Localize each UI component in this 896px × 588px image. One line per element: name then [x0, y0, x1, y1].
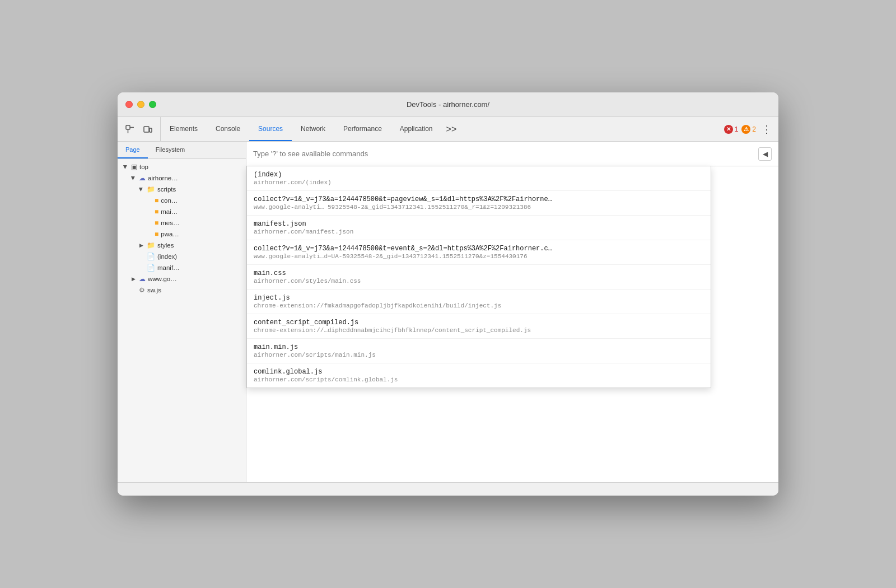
dropdown-item-mainminjs[interactable]: main.min.js airhorner.com/scripts/main.m…: [247, 339, 711, 363]
dropdown-item-index[interactable]: (index) airhorner.com/(index): [247, 166, 711, 191]
dropdown-item-name: manifest.json: [254, 220, 702, 228]
file-icon-manifest: 📄: [147, 264, 155, 272]
dropdown-item-url: airhorner.com/manifest.json: [254, 228, 702, 235]
svg-rect-3: [144, 127, 149, 132]
tree-item-pwa[interactable]: ▶ ■ pwa…: [118, 228, 246, 240]
dropdown-item-url: www.google-analyti…d=UA-59325548-2&_gid=…: [254, 253, 702, 260]
minimize-button[interactable]: [137, 101, 144, 108]
toolbar-icon-group: [118, 117, 161, 141]
tree-item-www-google[interactable]: ▶ ☁ www.go…: [118, 273, 246, 284]
sidebar-tab-filesystem[interactable]: Filesystem: [148, 142, 193, 158]
sidebar: Page Filesystem ▶ ▣ top ▶ ☁: [118, 142, 246, 482]
folder-icon-styles: 📁: [147, 241, 155, 249]
toolbar-tabs: Elements Console Sources Network Perform…: [161, 117, 720, 141]
expand-arrow-www: ▶: [130, 276, 137, 282]
expand-arrow-airhorner: ▶: [130, 175, 137, 181]
file-tree: ▶ ▣ top ▶ ☁ airhorne… ▶ 📁 scripts: [118, 159, 246, 482]
tree-item-mai[interactable]: ▶ ■ mai…: [118, 206, 246, 217]
sidebar-tabs: Page Filesystem: [118, 142, 246, 159]
dropdown-item-url: chrome-extension://fmkadmapgofadopljbjfk…: [254, 302, 702, 309]
dropdown-item-name: main.min.js: [254, 343, 702, 351]
bottom-bar: [118, 482, 778, 496]
tab-performance[interactable]: Performance: [334, 117, 391, 141]
tab-application[interactable]: Application: [391, 117, 442, 141]
expand-arrow-scripts: ▶: [138, 186, 144, 193]
dropdown-item-name: (index): [254, 171, 702, 179]
gear-icon-swjs: ⚙: [139, 286, 145, 294]
sidebar-tab-page[interactable]: Page: [118, 142, 148, 158]
dropdown-item-url: airhorner.com/(index): [254, 179, 702, 186]
error-icon: ✕: [724, 125, 733, 134]
titlebar: DevTools - airhorner.com/: [118, 92, 778, 117]
device-toolbar-button[interactable]: [140, 122, 156, 137]
folder-icon-scripts: 📁: [147, 185, 155, 193]
dropdown-item-url: chrome-extension://…diphcddnnabmjcihcjfb…: [254, 327, 702, 334]
cloud-icon-www: ☁: [139, 275, 146, 283]
kebab-menu-button[interactable]: ⋮: [759, 123, 774, 136]
file-icon-con: ■: [155, 197, 158, 204]
dropdown-item-url: airhorner.com/scripts/comlink.global.js: [254, 376, 702, 383]
svg-rect-0: [126, 125, 130, 129]
warning-icon: ⚠: [741, 125, 750, 134]
dropdown-item-name: collect?v=1&_v=j73&a=1244478500&t=event&…: [254, 245, 702, 253]
dropdown-item-contentscript[interactable]: content_script_compiled.js chrome-extens…: [247, 314, 711, 339]
close-button[interactable]: [125, 101, 133, 108]
dropdown-item-collect2[interactable]: collect?v=1&_v=j73&a=1244478500&t=event&…: [247, 240, 711, 265]
file-icon-mes: ■: [155, 219, 158, 227]
tree-item-styles[interactable]: ▶ 📁 styles: [118, 240, 246, 251]
main-content: Page Filesystem ▶ ▣ top ▶ ☁: [118, 142, 778, 482]
tab-sources[interactable]: Sources: [249, 117, 292, 141]
dropdown-item-collect1[interactable]: collect?v=1&_v=j73&a=1244478500&t=pagevi…: [247, 191, 711, 216]
devtools-window: DevTools - airhorner.com/ Elements: [118, 92, 778, 496]
tab-console[interactable]: Console: [207, 117, 249, 141]
expand-arrow-top: ▶: [122, 164, 129, 170]
dropdown-item-url: airhorner.com/styles/main.css: [254, 278, 702, 284]
tree-item-swjs[interactable]: ▶ ⚙ sw.js: [118, 284, 246, 296]
maximize-button[interactable]: [149, 101, 156, 108]
expand-arrow-styles: ▶: [138, 242, 144, 249]
dropdown-item-url: airhorner.com/scripts/main.min.js: [254, 352, 702, 358]
window-title: DevTools - airhorner.com/: [407, 100, 489, 109]
more-tabs-button[interactable]: >>: [442, 117, 461, 141]
dropdown-item-comlinkjs[interactable]: comlink.global.js airhorner.com/scripts/…: [247, 363, 711, 388]
dropdown-item-name: collect?v=1&_v=j73&a=1244478500&t=pagevi…: [254, 195, 702, 203]
error-count[interactable]: ✕ 1: [724, 125, 739, 134]
dropdown-item-name: main.css: [254, 269, 702, 277]
file-icon-top: ▣: [131, 163, 137, 171]
tree-item-index[interactable]: ▶ 📄 (index): [118, 251, 246, 262]
dropdown-item-name: content_script_compiled.js: [254, 319, 702, 326]
dropdown-item-maincss[interactable]: main.css airhorner.com/styles/main.css: [247, 265, 711, 290]
traffic-lights: [125, 101, 156, 108]
file-dropdown: (index) airhorner.com/(index) collect?v=…: [246, 166, 711, 388]
file-icon-pwa: ■: [155, 230, 158, 238]
tree-item-con[interactable]: ▶ ■ con…: [118, 195, 246, 206]
cloud-icon-airhorner: ☁: [139, 174, 146, 182]
command-bar: ◀: [246, 142, 778, 166]
dropdown-item-name: inject.js: [254, 294, 702, 302]
file-icon-index: 📄: [147, 253, 155, 260]
toolbar-right: ✕ 1 ⚠ 2 ⋮: [720, 123, 778, 136]
right-panel: ◀ (index) airhorner.com/(index) collect?…: [246, 142, 778, 482]
toolbar: Elements Console Sources Network Perform…: [118, 117, 778, 142]
warning-count[interactable]: ⚠ 2: [741, 125, 756, 134]
file-icon-mai: ■: [155, 208, 158, 216]
tree-item-airhorner[interactable]: ▶ ☁ airhorne…: [118, 172, 246, 184]
dropdown-item-injectjs[interactable]: inject.js chrome-extension://fmkadmapgof…: [247, 290, 711, 314]
svg-rect-4: [150, 128, 152, 132]
dropdown-item-url: www.google-analyti… 59325548-2&_gid=1343…: [254, 204, 702, 211]
collapse-panel-button[interactable]: ◀: [758, 147, 772, 161]
tree-item-scripts[interactable]: ▶ 📁 scripts: [118, 184, 246, 195]
dropdown-item-manifest[interactable]: manifest.json airhorner.com/manifest.jso…: [247, 216, 711, 240]
tab-network[interactable]: Network: [292, 117, 334, 141]
tab-elements[interactable]: Elements: [161, 117, 207, 141]
inspect-element-button[interactable]: [122, 122, 138, 137]
tree-item-manifest[interactable]: ▶ 📄 manif…: [118, 262, 246, 273]
dropdown-item-name: comlink.global.js: [254, 368, 702, 376]
command-input[interactable]: [253, 150, 758, 158]
tree-item-mes[interactable]: ▶ ■ mes…: [118, 217, 246, 228]
tree-item-top[interactable]: ▶ ▣ top: [118, 161, 246, 172]
